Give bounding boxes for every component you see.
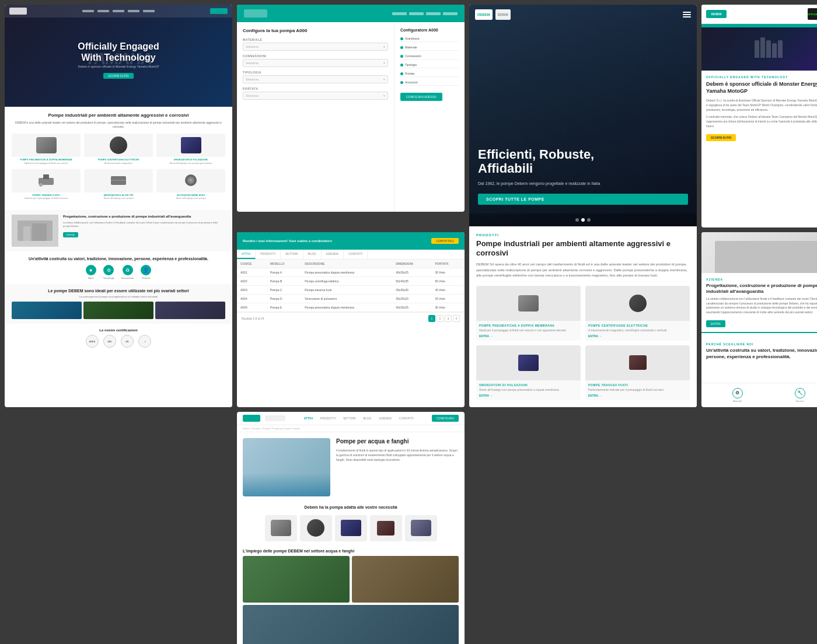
- gear-icon: ⚙: [103, 265, 114, 275]
- p5-cta-btn[interactable]: SCOPRI DI PIÙ: [706, 134, 736, 141]
- p4-product-link-1[interactable]: ENTRA →: [479, 334, 578, 338]
- p3-page-btn-3[interactable]: 3: [445, 315, 452, 322]
- p3-page-btns: 1 2 3 4: [428, 315, 460, 322]
- p6-azienda-title: Progettazione, costruzione e produzione …: [706, 283, 817, 295]
- p4-debem-logo: DEBEM: [475, 9, 493, 20]
- p7-hero-title: Pompe per acqua e fanghi: [336, 438, 459, 445]
- p1-hero-cta-btn[interactable]: SCOPRI DI PIÙ: [103, 73, 133, 79]
- p7-nav-settori[interactable]: SETTORI: [341, 415, 358, 421]
- p4-dot-3[interactable]: [587, 218, 591, 222]
- p3-nav-prodotti[interactable]: PRODOTTI: [256, 250, 281, 259]
- p4-hero-cta-btn[interactable]: SCOPRI TUTTE LE POMPE: [478, 194, 688, 205]
- p5-tag: OFFICIALLY ENGAGED WITH TECHNOLOGY: [706, 75, 817, 79]
- table-row[interactable]: A002 Pompa B Pompa centrifuga elettrica …: [237, 276, 465, 285]
- p4-product-link-4[interactable]: ENTRA →: [588, 394, 687, 397]
- p3-page-btn-1[interactable]: 1: [428, 315, 435, 322]
- p4-debem-logo-2: DEBEM: [495, 9, 511, 20]
- p3-cell: 60 l/min: [431, 276, 465, 285]
- p1-product-card-6: ACCESSORI SERIE ATEX Storie all'impiego …: [156, 169, 225, 200]
- p5-debem-logo: DEBEM: [706, 10, 727, 18]
- p3-cell: Smorzatore di pulsazioni: [301, 294, 392, 303]
- panel-website-full: YAMAHA Officially Engaged With Technolog…: [5, 5, 232, 407]
- p3-header-btn[interactable]: CONTATTACI: [431, 238, 459, 244]
- panel-company-why: AZIENDA Progettazione, costruzione e pro…: [701, 232, 817, 407]
- p7-nav-contatti[interactable]: CONTATTI: [397, 415, 416, 421]
- p1-values-section: Un'attività costruita su valori, tradizi…: [5, 251, 232, 284]
- p6-azienda-desc: La stretta collaborazione con l'utilizza…: [706, 297, 817, 314]
- p7-prod-4: [370, 515, 402, 541]
- p2-form-label-2: CONNESSIONI: [243, 54, 388, 58]
- p1-products-desc: DEBEM è una delle aziende leader nel set…: [12, 121, 225, 129]
- p1-cert-iso: ISO: [103, 335, 116, 348]
- p4-product-link-2[interactable]: ENTRA →: [588, 334, 687, 338]
- p3-col-descrizione: DESCRIZIONE: [301, 260, 392, 268]
- p7-nav-azienda[interactable]: AZIENDA: [376, 415, 394, 421]
- p2-select-2[interactable]: Seleziona ▾: [243, 59, 388, 67]
- hamburger-line-3: [683, 16, 691, 18]
- svg-point-2: [39, 183, 43, 187]
- p6-azienda-tag: AZIENDA: [706, 278, 817, 281]
- p3-cell: 35x25x20: [392, 294, 431, 303]
- p7-nav-attivi[interactable]: ATTIVI: [302, 415, 315, 421]
- p2-select-3[interactable]: Seleziona ▾: [243, 75, 388, 83]
- p7-sector-img-3: [243, 605, 459, 644]
- p7-nav-blog[interactable]: BLOG: [361, 415, 374, 421]
- p1-certs-section: Le nostre certificazioni ATEX ISO CE ✓: [5, 324, 232, 352]
- p1-products-grid: POMPE PNEUMATICHE A DOPPIA MEMBRANA Idea…: [12, 134, 225, 164]
- p3-nav-blog[interactable]: BLOG: [303, 250, 322, 259]
- panel-catalog-table: Rendici i tuoi informazioni! Vuoi subito…: [237, 232, 465, 407]
- p3-nav-attivi[interactable]: ATTIVI: [237, 250, 256, 259]
- p7-nav-config-btn[interactable]: CONFIGURA: [432, 415, 459, 422]
- p4-hamburger-menu[interactable]: [683, 12, 691, 18]
- p1-certs-row: ATEX ISO CE ✓: [12, 335, 225, 348]
- p3-page-btn-4[interactable]: 4: [453, 315, 460, 322]
- p7-prod-img-4: [370, 515, 402, 541]
- svg-rect-10: [23, 226, 30, 241]
- p1-company-section: Progettazione, costruzione e produzione …: [5, 210, 232, 251]
- p1-product-card-3: SMORZATORI DI PULSAZIONE Storie all'impi…: [156, 134, 225, 164]
- p1-company-cta-btn[interactable]: ENTRA: [63, 232, 78, 237]
- p7-prod-5: [405, 515, 437, 541]
- p3-nav-contatti[interactable]: CONTATTI: [344, 250, 368, 259]
- p3-cell: 40x30x25: [392, 303, 431, 312]
- p4-product-link-3[interactable]: ENTRA →: [479, 394, 578, 397]
- p2-submit-button[interactable]: CONFIGURA ADESSO: [400, 93, 442, 101]
- p6-azienda-section: AZIENDA Progettazione, costruzione e pro…: [701, 273, 817, 334]
- table-row[interactable]: A005 Pompa E Pompa pneumatica doppia mem…: [237, 303, 465, 312]
- table-row[interactable]: A003 Pompa C Pompa traverso fusti 45x35x…: [237, 285, 465, 294]
- p1-cert-atex: ATEX: [86, 335, 99, 348]
- p2-config-text-6: Accessori: [405, 80, 418, 84]
- p1-sector-img-1: [12, 302, 82, 319]
- p2-config-title: Configuratore A000: [400, 28, 459, 32]
- p1-product-card-5: SMORZATORI E ALTRI TIPI Storie all'impie…: [84, 169, 153, 200]
- p1-product-desc-1: Ideali per il pompaggio di fluidi non-vi…: [12, 162, 81, 164]
- p3-cell: A005: [237, 303, 267, 312]
- p3-nav-azienda[interactable]: AZIENDA: [322, 250, 344, 259]
- chevron-down-icon: ▾: [383, 78, 385, 81]
- p2-form-row-4: PORTATA Seleziona ▾: [243, 87, 388, 100]
- p2-select-4[interactable]: Seleziona ▾: [243, 92, 388, 100]
- p3-page-btn-2[interactable]: 2: [437, 315, 444, 322]
- p3-nav-settori[interactable]: SETTORI: [281, 250, 303, 259]
- p1-value-item-1: ★ Valori: [86, 265, 96, 279]
- p4-hero-title: Efficienti, Robuste, Affidabili: [478, 148, 688, 176]
- p4-dot-1[interactable]: [575, 218, 579, 222]
- p7-hero-desc: Il trasferimento di fluidi in questo tip…: [336, 448, 459, 462]
- p7-breadcrumb: Home > Prodotti > Pompe > Pompe per acqu…: [237, 425, 465, 432]
- table-row[interactable]: A001 Pompa A Pompa pneumatica doppia mem…: [237, 268, 465, 276]
- p1-product-desc-5: Storie all'impiego con pompa: [84, 197, 153, 200]
- p4-dot-2[interactable]: [581, 218, 585, 222]
- p3-cell: 25 l/min: [431, 294, 465, 303]
- p1-company-title: Progettazione, costruzione e produzione …: [63, 215, 225, 219]
- p3-col-modello: MODELLO: [267, 260, 302, 268]
- p2-select-1[interactable]: Seleziona ▾: [243, 43, 388, 51]
- p6-azienda-btn[interactable]: ENTRA: [706, 320, 725, 327]
- p5-title: Debem è sponsor ufficiale di Monster Ene…: [706, 81, 817, 94]
- p1-sectors-title: Le pompe DEBEM sono ideali per essere ut…: [12, 289, 225, 293]
- p7-nav-prodotti[interactable]: PRODOTTI: [318, 415, 338, 421]
- table-row[interactable]: A004 Pompa D Smorzatore di pulsazioni 35…: [237, 294, 465, 303]
- p3-page-info: Risultati 1-6 di 24: [242, 317, 264, 320]
- p3-cell: A001: [237, 268, 267, 276]
- p1-product-desc-2: A trascinamento magnetico: [84, 162, 153, 164]
- p6-building-shape: [715, 241, 817, 273]
